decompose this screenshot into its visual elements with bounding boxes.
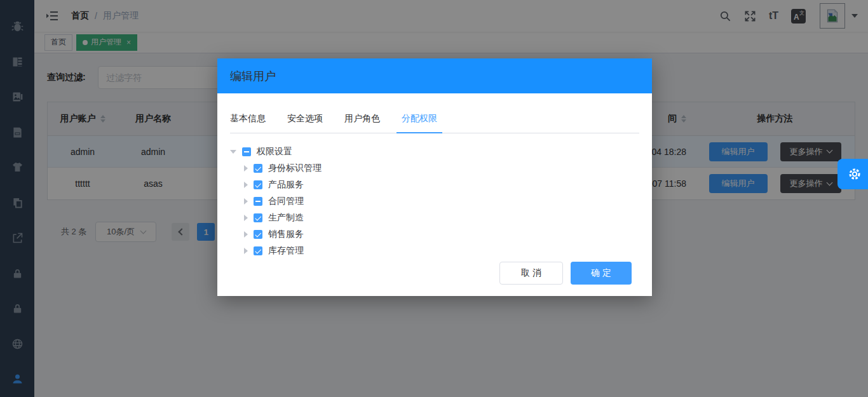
- tab-basic-info[interactable]: 基本信息: [230, 113, 266, 133]
- app-window: 首页 / 用户管理 tT A 文 首页 用户管理 ×: [0, 0, 868, 397]
- tab-security-options[interactable]: 安全选项: [287, 113, 323, 133]
- checkbox-checked[interactable]: [254, 246, 262, 255]
- checkbox-checked[interactable]: [254, 230, 262, 239]
- gear-icon: [847, 166, 862, 182]
- tree-node-products[interactable]: 产品服务: [230, 177, 639, 193]
- tree-node-manufacturing[interactable]: 生产制造: [230, 210, 639, 226]
- dialog-title: 编辑用户: [230, 69, 276, 84]
- dialog-footer: 取 消 确 定: [499, 262, 632, 285]
- tree-node-label: 权限设置: [257, 146, 292, 158]
- tree-node-sales[interactable]: 销售服务: [230, 226, 639, 243]
- tree-node-label: 身份标识管理: [268, 163, 322, 174]
- permissions-tree: 权限设置 身份标识管理 产品服务 合同管理 生产制造: [230, 144, 639, 259]
- collapse-caret-icon[interactable]: [244, 215, 248, 221]
- checkbox-indeterminate[interactable]: [254, 197, 262, 206]
- cancel-button[interactable]: 取 消: [499, 262, 563, 285]
- settings-fab-button[interactable]: [837, 159, 868, 189]
- collapse-caret-icon[interactable]: [244, 198, 248, 205]
- tab-user-roles[interactable]: 用户角色: [344, 113, 380, 133]
- dialog-tabs: 基本信息 安全选项 用户角色 分配权限: [230, 93, 639, 133]
- checkbox-checked[interactable]: [254, 213, 262, 222]
- confirm-button[interactable]: 确 定: [571, 262, 632, 285]
- tree-node-identity[interactable]: 身份标识管理: [230, 160, 639, 177]
- collapse-caret-icon[interactable]: [244, 248, 248, 254]
- collapse-caret-icon[interactable]: [244, 182, 248, 188]
- tree-node-inventory[interactable]: 库存管理: [230, 243, 639, 259]
- tree-node-label: 生产制造: [268, 212, 304, 224]
- checkbox-checked[interactable]: [254, 164, 262, 173]
- tree-node-contracts[interactable]: 合同管理: [230, 193, 639, 210]
- tree-node-root[interactable]: 权限设置: [230, 144, 639, 160]
- edit-user-dialog: 编辑用户 基本信息 安全选项 用户角色 分配权限 权限设置 身份标识管理 产品服…: [217, 58, 652, 296]
- checkbox-indeterminate[interactable]: [242, 147, 251, 156]
- expand-caret-icon[interactable]: [230, 150, 236, 154]
- checkbox-checked[interactable]: [254, 180, 262, 189]
- tree-node-label: 合同管理: [268, 196, 304, 207]
- tree-node-label: 销售服务: [268, 229, 304, 240]
- dialog-header: 编辑用户: [217, 58, 652, 93]
- collapse-caret-icon[interactable]: [244, 165, 248, 172]
- collapse-caret-icon[interactable]: [244, 231, 248, 238]
- tree-node-label: 库存管理: [268, 245, 304, 257]
- tab-assign-permissions[interactable]: 分配权限: [402, 113, 437, 133]
- tree-node-label: 产品服务: [268, 179, 304, 191]
